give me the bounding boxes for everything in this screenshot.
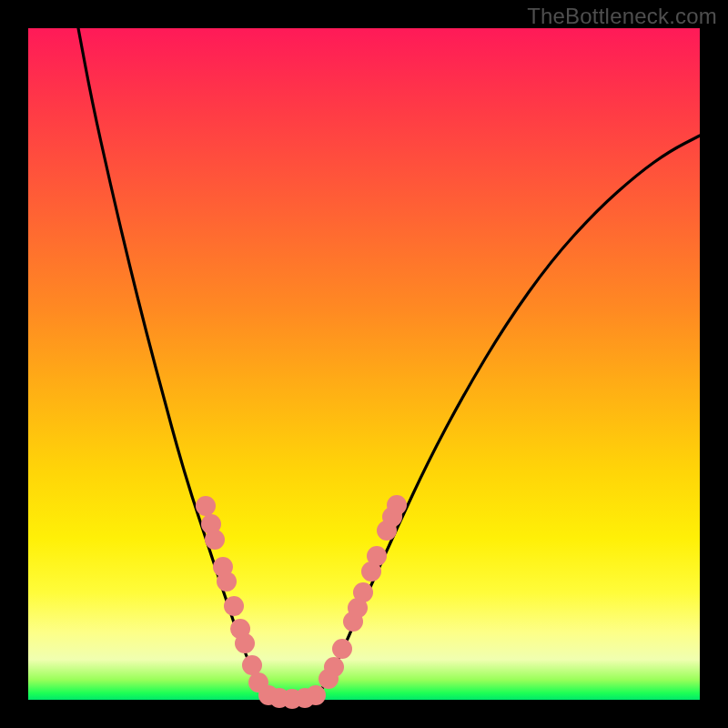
highlight-dot	[205, 530, 225, 550]
highlight-dot	[235, 633, 255, 653]
highlight-dot	[353, 582, 373, 602]
highlight-dot	[242, 655, 262, 675]
highlight-dot	[306, 685, 326, 705]
curve-svg	[28, 28, 700, 700]
highlight-dots	[196, 495, 407, 709]
highlight-dot	[217, 571, 237, 592]
watermark-text: TheBottleneck.com	[527, 4, 717, 29]
highlight-dot	[387, 495, 407, 515]
highlight-dot	[224, 596, 244, 616]
highlight-dot	[367, 546, 387, 566]
plot-area	[28, 28, 700, 700]
chart-frame: TheBottleneck.com	[0, 0, 728, 728]
bottleneck-curve	[78, 28, 700, 699]
highlight-dot	[332, 639, 352, 659]
highlight-dot	[324, 657, 344, 677]
highlight-dot	[196, 496, 216, 516]
